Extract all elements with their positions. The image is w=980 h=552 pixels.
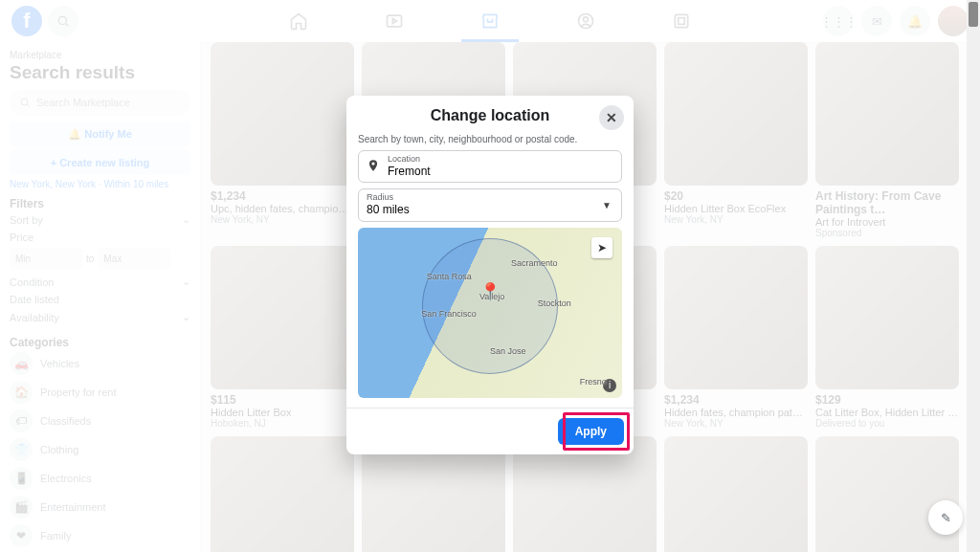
tab-watch[interactable] (366, 0, 423, 42)
notify-me-button[interactable]: 🔔 Notify Me (10, 121, 190, 146)
listing-sub: New York, NY (211, 214, 354, 225)
location-label: Location (388, 155, 613, 165)
listing-title: Art for Introvert (815, 216, 959, 228)
listing-card[interactable] (815, 436, 959, 552)
category-property-for-rent[interactable]: 🏠Property for rent (10, 378, 190, 407)
listing-image (211, 246, 354, 389)
top-right-actions: ⋮⋮⋮ ✉ 🔔 (823, 6, 969, 36)
listing-card[interactable] (211, 436, 354, 552)
chevron-down-icon: ⌄ (182, 213, 190, 226)
location-field[interactable]: Location Fremont (358, 150, 622, 183)
modal-title: Change location ✕ (346, 96, 634, 134)
listing-image (815, 436, 959, 552)
listing-price: $1,234 (211, 189, 354, 203)
listing-image (664, 246, 808, 389)
listing-card[interactable]: $1,234Upc, hidden fates, champion path, … (211, 42, 354, 238)
listing-card[interactable]: Art History: From Cave Paintings t…Art f… (815, 42, 959, 238)
scrollbar-thumb[interactable] (969, 2, 978, 27)
listing-title: Hidden fates, champion path, vivid volta… (664, 407, 808, 418)
location-filter-link[interactable]: New York, New York · Within 10 miles (10, 179, 190, 189)
svg-point-8 (21, 99, 28, 105)
modal-hint: Search by town, city, neighbourhood or p… (358, 134, 622, 144)
category-label: Clothing (40, 444, 78, 455)
price-max-input[interactable] (98, 248, 170, 269)
profile-avatar[interactable] (938, 6, 969, 36)
listing-sub: New York, NY (664, 418, 808, 429)
listing-card[interactable]: $20Hidden Litter Box EcoFlexNew York, NY (664, 42, 808, 238)
apply-button[interactable]: Apply (558, 418, 624, 445)
listing-card[interactable]: $1,234Hidden fates, champion path, vivid… (664, 246, 808, 429)
map-city-label: San Francisco (421, 309, 477, 319)
svg-line-9 (27, 104, 29, 106)
listing-title: Hidden Litter Box (211, 407, 354, 418)
messenger-icon[interactable]: ✉ (861, 6, 892, 36)
listing-image (211, 42, 354, 186)
compose-fab[interactable]: ✎ (928, 500, 963, 535)
listing-sub: Delivered to you (815, 418, 959, 429)
marketplace-search-input[interactable]: Search Marketplace (10, 89, 190, 116)
price-range: to (10, 248, 190, 269)
facebook-logo[interactable]: f (11, 6, 42, 36)
change-location-modal: Change location ✕ Search by town, city, … (346, 96, 634, 454)
center-tabs (270, 0, 710, 42)
condition-filter[interactable]: Condition⌄ (10, 273, 190, 291)
global-search-button[interactable] (48, 6, 78, 36)
svg-line-1 (66, 24, 69, 27)
radius-label: Radius (367, 193, 613, 203)
listing-price: Art History: From Cave Paintings t… (815, 189, 959, 216)
create-listing-button[interactable]: + Create new listing (10, 150, 190, 175)
tab-home[interactable] (270, 0, 327, 42)
listing-image (815, 246, 959, 389)
category-label: Classifieds (40, 415, 91, 427)
price-heading: Price (10, 229, 190, 246)
listing-price: $115 (211, 393, 354, 407)
svg-rect-6 (675, 14, 687, 27)
date-listed-filter[interactable]: Date listed (10, 291, 190, 308)
listing-price: $1,234 (664, 393, 808, 407)
map-city-label: Stockton (538, 298, 571, 308)
map-city-label: Sacramento (511, 258, 558, 268)
locate-me-button[interactable]: ➤ (591, 237, 612, 258)
location-value: Fremont (388, 165, 613, 178)
category-icon: ❤ (10, 524, 33, 547)
listing-card[interactable]: $115Hidden Litter BoxHoboken, NJ (211, 246, 354, 429)
sort-by-filter[interactable]: Sort by⌄ (10, 210, 190, 229)
scrollbar[interactable] (967, 0, 980, 552)
listing-title: Upc, hidden fates, champion path, celebr… (211, 203, 354, 214)
listing-image (664, 42, 808, 186)
listing-card[interactable]: $129Cat Litter Box, Hidden Litter Box Fu… (815, 246, 959, 429)
listing-price: $20 (664, 189, 808, 203)
radius-field[interactable]: Radius 80 miles ▼ (358, 188, 622, 221)
map-city-label: Fresno (580, 377, 607, 386)
category-icon: 👕 (10, 438, 33, 461)
category-classifieds[interactable]: 🏷Classifieds (10, 407, 190, 435)
chevron-down-icon: ⌄ (182, 276, 190, 288)
map-preview[interactable]: 📍 ➤ i SacramentoSanta RosaVallejoStockto… (358, 228, 622, 398)
menu-grid-icon[interactable]: ⋮⋮⋮ (823, 6, 854, 36)
tab-gaming[interactable] (653, 0, 710, 42)
listing-image (211, 436, 354, 552)
listing-price: $129 (815, 393, 959, 407)
svg-marker-3 (392, 19, 396, 24)
left-sidebar: Marketplace Search results Search Market… (0, 42, 201, 552)
availability-filter[interactable]: Availability⌄ (10, 308, 190, 326)
category-vehicles[interactable]: 🚗Vehicles (10, 349, 190, 378)
category-label: Electronics (40, 473, 92, 484)
listing-image (664, 436, 808, 552)
category-family[interactable]: ❤Family (10, 521, 190, 550)
tab-groups[interactable] (557, 0, 614, 42)
listing-image (815, 42, 959, 186)
close-icon[interactable]: ✕ (599, 105, 624, 130)
price-min-input[interactable] (10, 248, 82, 269)
top-nav: f ⋮⋮⋮ ✉ 🔔 (0, 0, 980, 43)
svg-point-0 (58, 16, 66, 24)
category-clothing[interactable]: 👕Clothing (10, 435, 190, 464)
listing-card[interactable] (664, 436, 808, 552)
map-pin-icon (367, 159, 380, 175)
notifications-icon[interactable]: 🔔 (900, 6, 930, 36)
category-electronics[interactable]: 📱Electronics (10, 464, 190, 493)
tab-marketplace[interactable] (461, 0, 519, 42)
chevron-down-icon: ⌄ (182, 311, 190, 323)
category-entertainment[interactable]: 🎬Entertainment (10, 493, 190, 521)
listing-sub: Hoboken, NJ (211, 418, 354, 429)
